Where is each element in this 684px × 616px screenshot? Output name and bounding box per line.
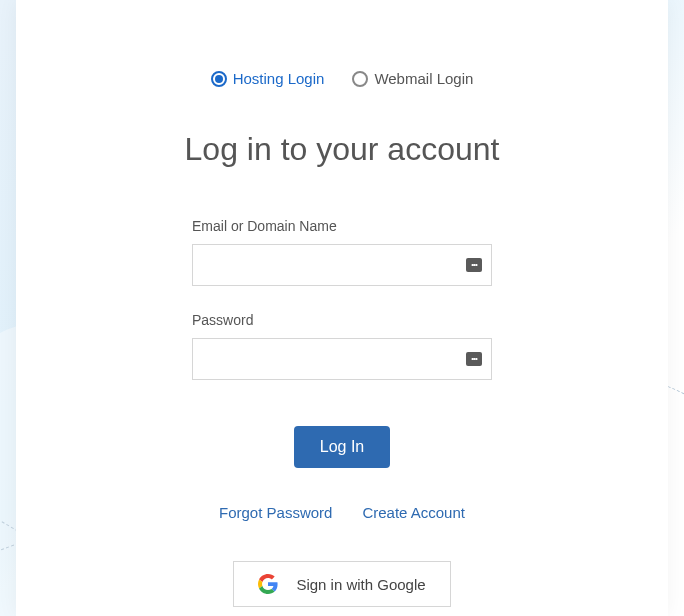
email-input[interactable] bbox=[192, 244, 492, 286]
google-signin-label: Sign in with Google bbox=[296, 576, 425, 593]
tab-webmail-login[interactable]: Webmail Login bbox=[352, 70, 473, 87]
login-form: Email or Domain Name Password Log In bbox=[192, 218, 492, 468]
email-label: Email or Domain Name bbox=[192, 218, 492, 234]
tab-hosting-login[interactable]: Hosting Login bbox=[211, 70, 325, 87]
login-type-tabs: Hosting Login Webmail Login bbox=[211, 70, 474, 87]
google-icon bbox=[258, 574, 278, 594]
login-card: Hosting Login Webmail Login Log in to yo… bbox=[16, 0, 668, 616]
radio-unselected-icon bbox=[352, 71, 368, 87]
create-account-link[interactable]: Create Account bbox=[362, 504, 465, 521]
helper-links: Forgot Password Create Account bbox=[219, 504, 465, 521]
radio-selected-icon bbox=[211, 71, 227, 87]
autofill-icon[interactable] bbox=[466, 258, 482, 272]
tab-webmail-label: Webmail Login bbox=[374, 70, 473, 87]
password-label: Password bbox=[192, 312, 492, 328]
login-button[interactable]: Log In bbox=[294, 426, 390, 468]
email-input-wrap bbox=[192, 244, 492, 286]
autofill-icon[interactable] bbox=[466, 352, 482, 366]
password-input-wrap bbox=[192, 338, 492, 380]
page-title: Log in to your account bbox=[185, 131, 500, 168]
forgot-password-link[interactable]: Forgot Password bbox=[219, 504, 332, 521]
password-input[interactable] bbox=[192, 338, 492, 380]
tab-hosting-label: Hosting Login bbox=[233, 70, 325, 87]
google-signin-button[interactable]: Sign in with Google bbox=[233, 561, 450, 607]
